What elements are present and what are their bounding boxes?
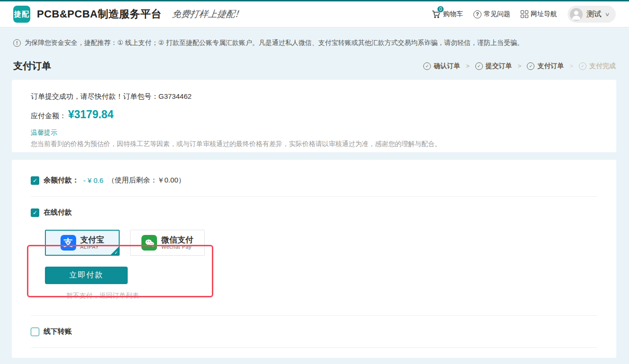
security-notice-text: 为保障您资金安全，捷配推荐：① 线上支付；② 打款至捷配公账专属汇款账户。凡是通… [25, 39, 524, 47]
online-payment-checkbox[interactable]: ✓ [31, 208, 39, 217]
payment-card: ✓ 余额付款： - ¥ 0.6 （使用后剩余：￥0.00） ✓ 在线付款 支 支… [12, 160, 616, 358]
alipay-method-card[interactable]: 支 支付宝 ALIPAY ✓ [45, 230, 120, 256]
wechat-name: 微信支付 [161, 236, 193, 244]
step-submit-order: ✓ 提交订单 [475, 62, 512, 70]
page-title: 支付订单 [13, 60, 51, 72]
checkout-steps: ✓ 确认订单 > ✓ 提交订单 > ✓ 支付订单 > ✓ 支付完成 [423, 62, 616, 70]
online-payment-body: 支 支付宝 ALIPAY ✓ [45, 230, 597, 300]
amount-label: 应付金额： [31, 112, 66, 121]
check-circle-icon: ✓ [579, 62, 586, 70]
cart-label: 购物车 [443, 10, 463, 18]
offline-transfer-label: 线下转账 [44, 327, 72, 336]
cart-count-badge: 0 [437, 6, 444, 13]
tip-title: 温馨提示 [31, 129, 597, 137]
step-pay-order: ✓ 支付订单 [527, 62, 564, 70]
offline-transfer-checkbox[interactable] [31, 328, 39, 336]
selected-corner-check-icon: ✓ [110, 246, 119, 255]
step-label: 支付订单 [537, 62, 564, 70]
wechat-method-card[interactable]: 微信支付 Wechat Pay [130, 230, 205, 256]
alipay-sub: ALIPAY [80, 244, 105, 250]
cart-link[interactable]: 0 购物车 [431, 9, 463, 19]
check-circle-icon: ✓ [423, 62, 431, 70]
order-success-line: 订单提交成功，请尽快付款！订单包号：G3734462 [31, 92, 597, 101]
wechat-pay-icon [141, 235, 157, 251]
offline-transfer-row: 线下转账 [31, 327, 597, 336]
skip-payment-link[interactable]: 暂不支付，返回订单列表 [66, 292, 597, 300]
balance-checkbox[interactable]: ✓ [31, 176, 39, 185]
divider [31, 196, 597, 197]
pay-now-button[interactable]: 立即付款 [45, 267, 128, 284]
security-notice: ! 为保障您资金安全，捷配推荐：① 线上支付；② 打款至捷配公账专属汇款账户。凡… [0, 27, 629, 47]
check-circle-icon: ✓ [527, 62, 534, 70]
balance-payment-row: ✓ 余额付款： - ¥ 0.6 （使用后剩余：￥0.00） [31, 176, 597, 185]
step-separator: > [518, 62, 522, 69]
divider [31, 315, 597, 316]
page-title-row: 支付订单 ✓ 确认订单 > ✓ 提交订单 > ✓ 支付订单 > ✓ 支付完成 [0, 47, 629, 80]
divider [31, 347, 597, 348]
payment-methods: 支 支付宝 ALIPAY ✓ [45, 230, 597, 256]
site-nav-link[interactable]: 网址导航 [521, 10, 557, 18]
step-separator: > [466, 62, 470, 69]
order-success-text: 订单提交成功，请尽快付款！订单包号： [31, 92, 158, 100]
chevron-down-icon: ∨ [604, 11, 610, 17]
alipay-name: 支付宝 [80, 236, 105, 244]
faq-label: 常见问题 [484, 10, 510, 18]
user-menu[interactable]: 测试 ∨ [568, 6, 616, 23]
nav-label: 网址导航 [531, 10, 557, 18]
faq-link[interactable]: ? 常见问题 [473, 10, 510, 18]
alipay-icon: 支 [61, 235, 76, 251]
order-number: G3734462 [158, 92, 192, 100]
wechat-sub: Wechat Pay [161, 244, 193, 250]
cart-icon: 0 [431, 9, 441, 19]
tip-text: 您当前看到的价格为预估价，因特殊工艺等因素，或与订单审核通过的最终价格有差异，实… [31, 140, 597, 148]
check-circle-icon: ✓ [475, 62, 483, 70]
online-payment-label: 在线付款 [44, 208, 72, 217]
balance-remaining: （使用后剩余：￥0.00） [108, 176, 185, 185]
step-confirm-order: ✓ 确认订单 [423, 62, 460, 70]
step-label: 确认订单 [434, 62, 460, 70]
site-title: PCB&PCBA制造服务平台 [37, 7, 162, 21]
amount-due: ¥3179.84 [68, 108, 114, 121]
site-header: 捷配 PCB&PCBA制造服务平台 免费打样上捷配! 0 购物车 ? 常见问题 … [0, 1, 629, 27]
balance-amount: - ¥ 0.6 [83, 176, 104, 184]
header-actions: 0 购物车 ? 常见问题 网址导航 测试 ∨ [431, 6, 616, 23]
question-icon: ? [473, 10, 481, 18]
alert-exclamation-icon: ! [13, 39, 21, 47]
balance-label: 余额付款： [44, 176, 79, 185]
step-label: 提交订单 [486, 62, 512, 70]
amount-line: 应付金额： ¥3179.84 [31, 108, 597, 121]
step-separator: > [569, 62, 573, 69]
logo[interactable]: 捷配 [13, 6, 30, 23]
grid-icon [521, 10, 528, 18]
step-pay-complete: ✓ 支付完成 [579, 62, 616, 70]
order-info-card: 订单提交成功，请尽快付款！订单包号：G3734462 应付金额： ¥3179.8… [12, 80, 616, 152]
user-name: 测试 [586, 9, 602, 19]
step-label: 支付完成 [589, 62, 616, 70]
online-payment-row: ✓ 在线付款 [31, 208, 597, 217]
site-slogan: 免费打样上捷配! [171, 8, 239, 20]
avatar-person-icon [570, 8, 583, 21]
